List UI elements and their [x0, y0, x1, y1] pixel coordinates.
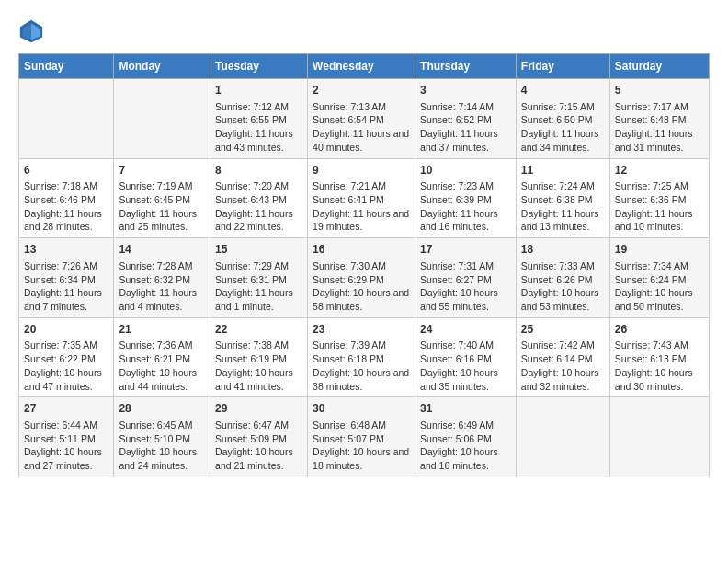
day-info: Sunrise: 6:45 AM Sunset: 5:10 PM Dayligh… — [119, 419, 205, 473]
calendar-cell — [19, 79, 114, 159]
day-of-week-header: Wednesday — [308, 54, 415, 79]
calendar-cell: 28Sunrise: 6:45 AM Sunset: 5:10 PM Dayli… — [114, 397, 210, 477]
logo-icon — [18, 18, 44, 44]
calendar-week-row: 27Sunrise: 6:44 AM Sunset: 5:11 PM Dayli… — [19, 397, 710, 477]
day-info: Sunrise: 7:19 AM Sunset: 6:45 PM Dayligh… — [119, 179, 205, 234]
calendar-cell: 6Sunrise: 7:18 AM Sunset: 6:46 PM Daylig… — [19, 158, 114, 238]
day-info: Sunrise: 7:23 AM Sunset: 6:39 PM Dayligh… — [420, 179, 511, 234]
day-info: Sunrise: 7:17 AM Sunset: 6:48 PM Dayligh… — [615, 100, 704, 155]
day-info: Sunrise: 7:18 AM Sunset: 6:46 PM Dayligh… — [24, 179, 108, 234]
calendar-cell: 7Sunrise: 7:19 AM Sunset: 6:45 PM Daylig… — [114, 158, 210, 238]
day-info: Sunrise: 6:48 AM Sunset: 5:07 PM Dayligh… — [313, 419, 410, 473]
calendar-cell: 11Sunrise: 7:24 AM Sunset: 6:38 PM Dayli… — [516, 158, 609, 238]
day-info: Sunrise: 7:26 AM Sunset: 6:34 PM Dayligh… — [24, 259, 108, 314]
day-number: 22 — [215, 322, 302, 338]
calendar-cell: 18Sunrise: 7:33 AM Sunset: 6:26 PM Dayli… — [516, 238, 609, 318]
day-of-week-header: Sunday — [19, 54, 114, 79]
day-info: Sunrise: 7:25 AM Sunset: 6:36 PM Dayligh… — [615, 179, 704, 234]
day-number: 15 — [215, 242, 302, 258]
calendar-cell: 3Sunrise: 7:14 AM Sunset: 6:52 PM Daylig… — [415, 79, 517, 159]
day-number: 18 — [521, 242, 605, 258]
day-number: 12 — [615, 163, 704, 178]
day-info: Sunrise: 7:14 AM Sunset: 6:52 PM Dayligh… — [420, 100, 511, 155]
day-number: 2 — [313, 83, 410, 98]
day-number: 21 — [119, 322, 205, 338]
day-of-week-header: Saturday — [609, 54, 709, 79]
day-number: 29 — [215, 401, 302, 417]
calendar-cell — [114, 79, 210, 159]
logo — [18, 18, 48, 44]
day-number: 13 — [24, 242, 108, 258]
calendar-cell: 8Sunrise: 7:20 AM Sunset: 6:43 PM Daylig… — [210, 158, 308, 238]
calendar-cell: 9Sunrise: 7:21 AM Sunset: 6:41 PM Daylig… — [308, 158, 415, 238]
calendar-week-row: 13Sunrise: 7:26 AM Sunset: 6:34 PM Dayli… — [19, 238, 710, 318]
day-number: 16 — [313, 242, 410, 258]
calendar-cell: 19Sunrise: 7:34 AM Sunset: 6:24 PM Dayli… — [609, 238, 709, 318]
day-info: Sunrise: 7:34 AM Sunset: 6:24 PM Dayligh… — [615, 259, 704, 314]
day-of-week-header: Monday — [114, 54, 210, 79]
calendar-cell: 27Sunrise: 6:44 AM Sunset: 5:11 PM Dayli… — [19, 397, 114, 477]
day-info: Sunrise: 7:28 AM Sunset: 6:32 PM Dayligh… — [119, 259, 205, 314]
day-number: 6 — [24, 163, 108, 178]
day-info: Sunrise: 7:13 AM Sunset: 6:54 PM Dayligh… — [313, 100, 410, 155]
calendar-cell: 21Sunrise: 7:36 AM Sunset: 6:21 PM Dayli… — [114, 317, 210, 397]
day-number: 7 — [119, 163, 205, 178]
calendar-cell: 31Sunrise: 6:49 AM Sunset: 5:06 PM Dayli… — [415, 397, 517, 477]
day-info: Sunrise: 6:44 AM Sunset: 5:11 PM Dayligh… — [24, 419, 108, 473]
day-info: Sunrise: 7:15 AM Sunset: 6:50 PM Dayligh… — [521, 100, 605, 155]
calendar-cell: 15Sunrise: 7:29 AM Sunset: 6:31 PM Dayli… — [210, 238, 308, 318]
day-number: 5 — [615, 83, 704, 98]
calendar-cell: 30Sunrise: 6:48 AM Sunset: 5:07 PM Dayli… — [308, 397, 415, 477]
calendar-week-row: 20Sunrise: 7:35 AM Sunset: 6:22 PM Dayli… — [19, 317, 710, 397]
day-info: Sunrise: 7:38 AM Sunset: 6:19 PM Dayligh… — [215, 339, 302, 393]
day-info: Sunrise: 7:43 AM Sunset: 6:13 PM Dayligh… — [615, 339, 704, 393]
day-info: Sunrise: 7:21 AM Sunset: 6:41 PM Dayligh… — [313, 179, 410, 234]
page-header — [18, 18, 710, 44]
day-number: 28 — [119, 401, 205, 417]
day-number: 19 — [615, 242, 704, 258]
day-number: 26 — [615, 322, 704, 338]
calendar-cell — [516, 397, 609, 477]
calendar-cell: 29Sunrise: 6:47 AM Sunset: 5:09 PM Dayli… — [210, 397, 308, 477]
day-info: Sunrise: 7:40 AM Sunset: 6:16 PM Dayligh… — [420, 339, 511, 393]
calendar-cell: 17Sunrise: 7:31 AM Sunset: 6:27 PM Dayli… — [415, 238, 517, 318]
calendar-cell: 4Sunrise: 7:15 AM Sunset: 6:50 PM Daylig… — [516, 79, 609, 159]
day-info: Sunrise: 7:31 AM Sunset: 6:27 PM Dayligh… — [420, 259, 511, 314]
day-number: 17 — [420, 242, 511, 258]
day-info: Sunrise: 7:12 AM Sunset: 6:55 PM Dayligh… — [215, 100, 302, 155]
calendar-cell: 20Sunrise: 7:35 AM Sunset: 6:22 PM Dayli… — [19, 317, 114, 397]
calendar-cell: 1Sunrise: 7:12 AM Sunset: 6:55 PM Daylig… — [210, 79, 308, 159]
day-info: Sunrise: 6:49 AM Sunset: 5:06 PM Dayligh… — [420, 419, 511, 473]
calendar-cell: 2Sunrise: 7:13 AM Sunset: 6:54 PM Daylig… — [308, 79, 415, 159]
calendar-cell: 16Sunrise: 7:30 AM Sunset: 6:29 PM Dayli… — [308, 238, 415, 318]
calendar-cell: 22Sunrise: 7:38 AM Sunset: 6:19 PM Dayli… — [210, 317, 308, 397]
calendar-cell: 10Sunrise: 7:23 AM Sunset: 6:39 PM Dayli… — [415, 158, 517, 238]
calendar-cell: 25Sunrise: 7:42 AM Sunset: 6:14 PM Dayli… — [516, 317, 609, 397]
day-number: 23 — [313, 322, 410, 338]
day-number: 31 — [420, 401, 511, 417]
calendar-cell: 24Sunrise: 7:40 AM Sunset: 6:16 PM Dayli… — [415, 317, 517, 397]
day-number: 27 — [24, 401, 108, 417]
day-number: 3 — [420, 83, 511, 98]
calendar-cell — [609, 397, 709, 477]
day-info: Sunrise: 7:30 AM Sunset: 6:29 PM Dayligh… — [313, 259, 410, 314]
day-info: Sunrise: 6:47 AM Sunset: 5:09 PM Dayligh… — [215, 419, 302, 473]
day-info: Sunrise: 7:36 AM Sunset: 6:21 PM Dayligh… — [119, 339, 205, 393]
day-number: 11 — [521, 163, 605, 178]
day-number: 8 — [215, 163, 302, 178]
day-of-week-header: Tuesday — [210, 54, 308, 79]
day-info: Sunrise: 7:39 AM Sunset: 6:18 PM Dayligh… — [313, 339, 410, 393]
calendar-table: SundayMondayTuesdayWednesdayThursdayFrid… — [18, 53, 710, 477]
day-number: 20 — [24, 322, 108, 338]
calendar-cell: 12Sunrise: 7:25 AM Sunset: 6:36 PM Dayli… — [609, 158, 709, 238]
day-number: 4 — [521, 83, 605, 98]
day-of-week-header: Thursday — [415, 54, 517, 79]
day-number: 14 — [119, 242, 205, 258]
day-info: Sunrise: 7:33 AM Sunset: 6:26 PM Dayligh… — [521, 259, 605, 314]
day-info: Sunrise: 7:24 AM Sunset: 6:38 PM Dayligh… — [521, 179, 605, 234]
day-info: Sunrise: 7:29 AM Sunset: 6:31 PM Dayligh… — [215, 259, 302, 314]
calendar-week-row: 6Sunrise: 7:18 AM Sunset: 6:46 PM Daylig… — [19, 158, 710, 238]
calendar-cell: 14Sunrise: 7:28 AM Sunset: 6:32 PM Dayli… — [114, 238, 210, 318]
day-info: Sunrise: 7:35 AM Sunset: 6:22 PM Dayligh… — [24, 339, 108, 393]
calendar-cell: 23Sunrise: 7:39 AM Sunset: 6:18 PM Dayli… — [308, 317, 415, 397]
